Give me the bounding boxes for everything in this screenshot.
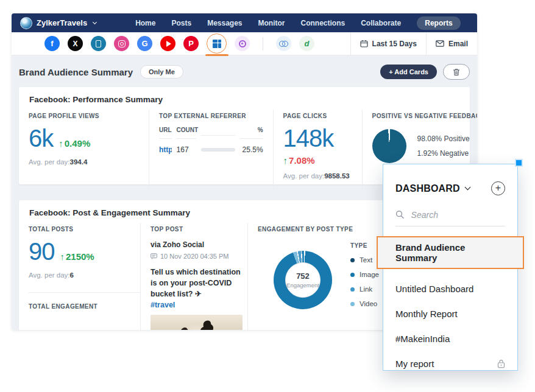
referrer-url-link[interactable]: https://www.go... <box>159 139 172 154</box>
dashboard-item-untitled-dashboard[interactable]: Untitled Dashboard <box>395 284 505 294</box>
x-twitter-icon[interactable]: X <box>68 36 83 51</box>
google-icon[interactable]: G <box>137 36 152 51</box>
trash-icon <box>453 68 460 76</box>
post-source: via Zoho Social <box>151 240 243 249</box>
col-header-spacer <box>201 130 235 136</box>
grid-glyph <box>213 40 221 48</box>
play-glyph <box>166 41 171 47</box>
nav-item-home[interactable]: Home <box>135 19 155 27</box>
widget-label: PAGE CLICKS <box>283 113 352 119</box>
widget-label: POSITIVE VS NEGATIVE FEEDBACK <box>372 113 477 119</box>
positive-legend: 98.08% Positive <box>417 135 470 143</box>
metric-value: 90 <box>29 239 55 264</box>
nav-item-reports-active[interactable]: Reports <box>417 16 460 30</box>
legend-title: TYPE <box>350 242 379 249</box>
mastodon-icon[interactable] <box>235 36 250 51</box>
nav-item-monitor[interactable]: Monitor <box>258 19 285 27</box>
calendar-icon <box>360 40 368 47</box>
popover-header: DASHBOARD + <box>395 181 505 195</box>
page-header: Brand Audience Summary Only Me + Add Car… <box>19 64 470 80</box>
dashboard-item-my-report[interactable]: My report <box>395 359 505 369</box>
chevron-down-icon <box>93 19 97 24</box>
camera-glyph <box>118 40 126 47</box>
dashboard-dropdown[interactable]: DASHBOARD <box>395 183 470 194</box>
add-cards-button[interactable]: + Add Cards <box>380 65 437 79</box>
up-arrow-icon: ↑ <box>60 251 65 262</box>
email-button[interactable]: Email <box>427 32 477 55</box>
linkedin-icon[interactable] <box>91 36 106 51</box>
dashboard-item-makeinindia[interactable]: #MakeinIndia <box>395 334 505 344</box>
dashboard-search <box>395 209 505 226</box>
post-text: Tell us which destination is on your pos… <box>151 267 243 299</box>
referrer-table: URL COUNT % https://www.go... 167 25.5% <box>159 127 263 154</box>
legend-dot <box>350 273 355 277</box>
top-external-referrer-widget: TOP EXTERNAL REFERRER URL COUNT % https:… <box>149 110 274 188</box>
legend-dot <box>350 302 355 306</box>
feedback-legend: 98.08% Positive 1.92% Negative <box>417 135 470 158</box>
nav-item-connections[interactable]: Connections <box>301 19 345 27</box>
screenshot-stage: ZylkerTravels Home Posts Messages Monito… <box>0 0 535 392</box>
email-label: Email <box>448 40 468 48</box>
widget-divider <box>29 292 140 293</box>
dashboard-list: Brand Audience Summary Untitled Dashboar… <box>395 236 505 369</box>
zoho-links-icon[interactable] <box>276 36 291 51</box>
post-datetime: 10 Nov 2020 04:35 PM <box>160 253 229 260</box>
nav-item-collaborate[interactable]: Collaborate <box>361 19 401 27</box>
avg-per-day: Avg. per day:394.4 <box>29 158 139 166</box>
search-input[interactable] <box>411 210 505 220</box>
metric-value: 6k <box>29 126 53 150</box>
main-menu: Home Posts Messages Monitor Connections … <box>135 16 460 30</box>
page-profile-views-widget: PAGE PROFILE VIEWS 6k ↑0.49% Avg. per da… <box>19 110 149 188</box>
donut-value: 752 <box>296 271 310 281</box>
donut-center: 752 Engagement <box>285 262 321 298</box>
channel-icons: f X G P d <box>44 33 314 54</box>
pinterest-icon[interactable]: P <box>183 36 199 51</box>
engagement-donut-chart: 752 Engagement <box>274 251 332 309</box>
widget-label: PAGE PROFILE VIEWS <box>29 113 139 119</box>
type-legend: TYPE Text Image Link Video <box>350 242 379 307</box>
date-range-label: Last 15 Days <box>372 40 417 48</box>
brand-grid-icon-selected[interactable] <box>207 33 227 54</box>
up-arrow-icon: ↑ <box>283 155 288 166</box>
date-range-button[interactable]: Last 15 Days <box>351 32 426 55</box>
dashboard-dropdown-label: DASHBOARD <box>395 183 460 194</box>
up-arrow-icon: ↑ <box>58 138 63 149</box>
top-navbar: ZylkerTravels Home Posts Messages Monito… <box>12 13 477 32</box>
search-icon <box>395 209 405 220</box>
add-dashboard-button[interactable]: + <box>491 181 505 195</box>
dashboard-item-monthly-report[interactable]: Monthly Report <box>395 309 505 319</box>
post-hashtag-link[interactable]: #travel <box>151 301 243 309</box>
youtube-icon[interactable] <box>160 36 175 51</box>
instagram-icon[interactable] <box>114 36 129 51</box>
col-header-count: COUNT <box>177 127 196 139</box>
door-glyph <box>96 40 101 47</box>
col-header-pct: % <box>240 127 263 139</box>
top-post-widget: TOP POST via Zoho Social 10 Nov 2020 04:… <box>141 223 248 330</box>
delete-dashboard-button[interactable] <box>443 64 470 80</box>
toolbar-right: Last 15 Days Email <box>350 32 477 55</box>
page-clicks-widget: PAGE CLICKS 148k ↑7.08% Avg. per day:985… <box>274 110 363 188</box>
page-title: Brand Audience Summary <box>19 67 133 77</box>
metric-change: ↑2150% <box>60 251 94 262</box>
donut-label: Engagement <box>286 282 319 289</box>
dashboard-selector-popover: DASHBOARD + Brand Audience Summary Untit… <box>383 164 518 371</box>
brand-logo-icon <box>20 17 32 29</box>
facebook-icon[interactable]: f <box>44 36 60 51</box>
nav-item-posts[interactable]: Posts <box>171 19 191 27</box>
referrer-bar <box>201 148 235 152</box>
dashboard-item-brand-audience-summary[interactable]: Brand Audience Summary <box>377 236 524 269</box>
envelope-icon <box>436 40 444 47</box>
dashboard-item-label: My report <box>395 359 434 369</box>
brand-switcher[interactable]: ZylkerTravels <box>20 17 96 29</box>
legend-dot <box>350 287 355 292</box>
metric-change: ↑0.49% <box>58 138 90 149</box>
rings-glyph <box>279 41 288 47</box>
legend-dot <box>350 258 355 262</box>
visibility-pill[interactable]: Only Me <box>140 65 183 79</box>
col-header-url: URL <box>159 127 172 139</box>
zoho-desk-icon[interactable]: d <box>299 36 314 51</box>
nav-item-messages[interactable]: Messages <box>207 19 242 27</box>
resize-handle[interactable] <box>515 159 523 167</box>
swirl-glyph <box>239 40 246 47</box>
avg-per-day: Avg. per day:9858.53 <box>283 172 352 180</box>
